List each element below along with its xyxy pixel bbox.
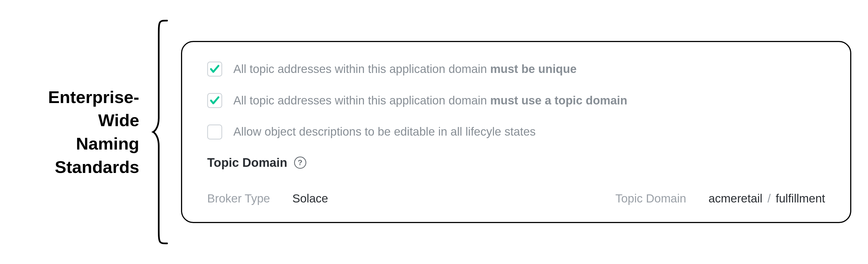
broker-type-label: Broker Type: [207, 192, 270, 205]
annotation-label: Enterprise- Wide Naming Standards: [17, 86, 139, 179]
annotation-line: Naming: [17, 132, 139, 155]
settings-card: All topic addresses within this applicat…: [181, 41, 851, 223]
annotation-line: Enterprise-: [17, 86, 139, 109]
checkbox-row-topic-domain: All topic addresses within this applicat…: [207, 93, 825, 108]
broker-type-value: Solace: [292, 192, 328, 205]
checkbox-editable[interactable]: [207, 124, 222, 140]
checkbox-label-editable: Allow object descriptions to be editable…: [234, 124, 536, 140]
topic-domain-value: acmeretail/fulfillment: [708, 192, 825, 205]
checkbox-label-topic-domain: All topic addresses within this applicat…: [234, 93, 627, 108]
detail-row: Broker Type Solace Topic Domain acmereta…: [207, 192, 825, 205]
check-icon: [209, 63, 220, 75]
checkbox-row-unique: All topic addresses within this applicat…: [207, 62, 825, 77]
help-icon[interactable]: ?: [294, 156, 306, 169]
section-title: Topic Domain: [207, 156, 287, 170]
brace-icon: [150, 18, 170, 246]
check-icon: [209, 95, 220, 106]
checkbox-row-editable: Allow object descriptions to be editable…: [207, 124, 825, 140]
checkbox-unique[interactable]: [207, 62, 222, 77]
annotation-line: Wide: [17, 109, 139, 132]
checkbox-label-unique: All topic addresses within this applicat…: [234, 62, 577, 77]
checkbox-topic-domain[interactable]: [207, 93, 222, 108]
section-header: Topic Domain ?: [207, 156, 825, 170]
topic-domain-label: Topic Domain: [615, 192, 686, 205]
annotation-line: Standards: [17, 155, 139, 179]
